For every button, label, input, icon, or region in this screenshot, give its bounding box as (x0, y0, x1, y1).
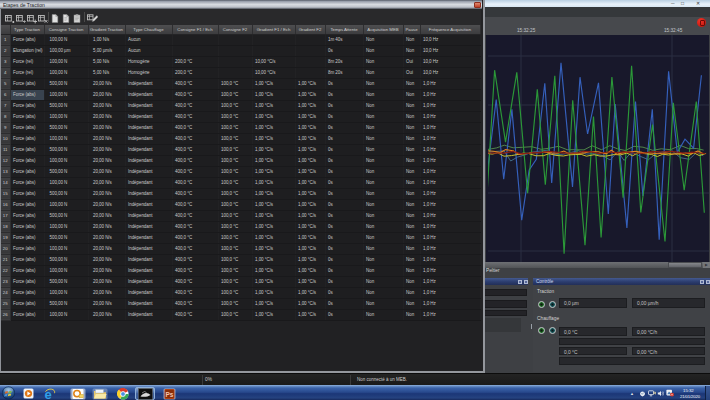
svg-text:Ps: Ps (166, 390, 174, 397)
